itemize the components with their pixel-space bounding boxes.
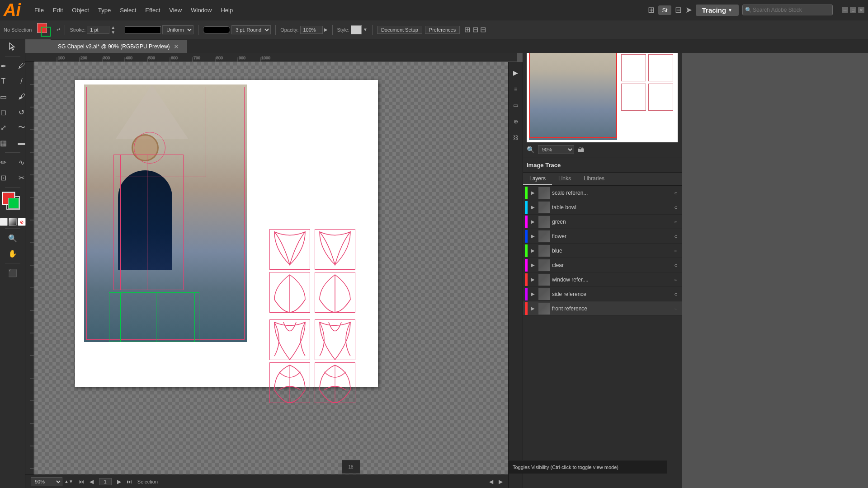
slice-tool[interactable]: ✂ bbox=[13, 170, 30, 185]
layer-visibility-toggle[interactable]: ○ bbox=[672, 305, 680, 313]
menu-effect[interactable]: Effect bbox=[141, 5, 165, 15]
stroke-style-select[interactable]: Uniform bbox=[162, 25, 193, 34]
layer-row[interactable]: ▶scale referen...○ bbox=[523, 186, 682, 200]
layer-row[interactable]: ▶table bowl○ bbox=[523, 200, 682, 215]
rectangle-tool[interactable]: ▭ bbox=[0, 89, 12, 104]
st-icon[interactable]: St bbox=[658, 5, 671, 15]
layer-row[interactable]: ▶blue○ bbox=[523, 244, 682, 258]
zoom-status-arrows[interactable]: ▲▼ bbox=[64, 479, 73, 484]
paintbrush-tool[interactable]: 🖌 bbox=[13, 89, 30, 104]
stroke-arrows[interactable]: ▲▼ bbox=[111, 25, 115, 35]
zoom-status-select[interactable]: 90% bbox=[31, 477, 62, 486]
artboard-next[interactable]: ▶ bbox=[499, 479, 503, 485]
layer-row[interactable]: ▶green○ bbox=[523, 215, 682, 229]
scale-tool[interactable]: ⤢ bbox=[0, 120, 12, 135]
page-controls-fwd[interactable]: ▶ bbox=[117, 479, 121, 485]
layer-visibility-toggle[interactable]: ○ bbox=[672, 232, 680, 240]
change-screen-mode[interactable]: ⬛ bbox=[4, 266, 21, 280]
color-mode-gradient[interactable] bbox=[9, 218, 17, 226]
warp-tool[interactable]: 〜 bbox=[13, 120, 30, 135]
color-mode-none[interactable]: ⊘ bbox=[18, 218, 26, 226]
tracing-button[interactable]: Tracing ▼ bbox=[696, 5, 739, 16]
play-button[interactable]: ▶ bbox=[507, 66, 524, 80]
layer-visibility-toggle[interactable]: ○ bbox=[672, 218, 680, 226]
eraser-tool[interactable]: ◻ bbox=[0, 105, 12, 119]
graph-tool[interactable]: ▦ bbox=[0, 136, 12, 150]
menu-view[interactable]: View bbox=[165, 5, 186, 15]
search-input[interactable] bbox=[742, 5, 833, 15]
menu-type[interactable]: Type bbox=[94, 5, 115, 15]
window-maximize-button[interactable]: □ bbox=[850, 7, 856, 13]
layer-row[interactable]: ▶side reference○ bbox=[523, 287, 682, 301]
opacity-input[interactable] bbox=[300, 26, 323, 34]
curvature-tool[interactable]: 🖊 bbox=[13, 59, 30, 73]
canvas-area[interactable] bbox=[34, 62, 508, 488]
arrange-icon[interactable]: ⊟ bbox=[675, 5, 682, 15]
tab-links[interactable]: Links bbox=[552, 173, 577, 185]
layer-visibility-toggle[interactable]: ○ bbox=[672, 261, 680, 269]
color-mode-fill[interactable] bbox=[0, 218, 8, 226]
tab-close-button[interactable]: ✕ bbox=[174, 43, 179, 50]
preferences-button[interactable]: Preferences bbox=[425, 26, 460, 34]
layer-expand-icon[interactable]: ▶ bbox=[529, 190, 537, 195]
active-stroke-green[interactable] bbox=[8, 198, 19, 209]
brush-select[interactable]: 3 pt. Round bbox=[231, 25, 271, 34]
menu-window[interactable]: Window bbox=[186, 5, 216, 15]
navigator-preview[interactable] bbox=[527, 38, 678, 142]
layer-row[interactable]: ▶clear○ bbox=[523, 258, 682, 272]
rotate-tool[interactable]: ↺ bbox=[13, 105, 30, 119]
column-graph-tool[interactable]: ▬ bbox=[13, 136, 30, 150]
menu-object[interactable]: Object bbox=[67, 5, 94, 15]
page-controls-last[interactable]: ⏭ bbox=[127, 479, 132, 485]
page-controls-back[interactable]: ◀ bbox=[90, 479, 94, 485]
layer-visibility-toggle[interactable]: ○ bbox=[672, 203, 680, 211]
layer-row[interactable]: ▶flower○ bbox=[523, 229, 682, 244]
layer-row[interactable]: ▶front reference○ bbox=[523, 301, 682, 316]
linked-icon[interactable]: ⛓ bbox=[507, 131, 524, 145]
line-tool[interactable]: / bbox=[13, 74, 30, 89]
menu-edit[interactable]: Edit bbox=[48, 5, 67, 15]
layer-expand-icon[interactable]: ▶ bbox=[529, 306, 537, 311]
layer-expand-icon[interactable]: ▶ bbox=[529, 205, 537, 210]
layer-visibility-toggle[interactable]: ○ bbox=[672, 189, 680, 197]
layer-expand-icon[interactable]: ▶ bbox=[529, 277, 537, 282]
artboard-prev[interactable]: ◀ bbox=[489, 479, 493, 485]
layer-visibility-toggle[interactable]: ○ bbox=[672, 276, 680, 284]
pen-tool[interactable]: ✒ bbox=[0, 59, 12, 73]
send-icon[interactable]: ➤ bbox=[685, 5, 692, 15]
tab-libraries[interactable]: Libraries bbox=[577, 173, 611, 185]
tracing-dropdown-icon[interactable]: ▼ bbox=[728, 8, 732, 13]
layer-visibility-toggle[interactable]: ○ bbox=[672, 247, 680, 255]
layer-row[interactable]: ▶window refer....○ bbox=[523, 272, 682, 287]
window-close-button[interactable]: ✕ bbox=[858, 7, 864, 13]
layer-expand-icon[interactable]: ▶ bbox=[529, 291, 537, 296]
zoom-out-icon[interactable]: 🔍 bbox=[527, 146, 534, 153]
layer-visibility-toggle[interactable]: ○ bbox=[672, 290, 680, 298]
menu-file[interactable]: File bbox=[30, 5, 48, 15]
arrange-icons-right[interactable]: ⊞ ⊟ ⊟ bbox=[464, 25, 486, 34]
properties-icon[interactable]: ▭ bbox=[507, 98, 524, 113]
type-tool[interactable]: T bbox=[0, 74, 12, 89]
layer-expand-icon[interactable]: ▶ bbox=[529, 248, 537, 253]
style-dropdown-icon[interactable]: ▼ bbox=[363, 27, 368, 32]
artboard-tool[interactable]: ⊡ bbox=[0, 170, 12, 185]
layer-expand-icon[interactable]: ▶ bbox=[529, 234, 537, 239]
hand-tool[interactable]: ✋ bbox=[4, 246, 21, 261]
document-tab[interactable]: SG Chapel v3.ai* @ 90% (RGB/GPU Preview)… bbox=[51, 40, 187, 53]
document-setup-button[interactable]: Document Setup bbox=[377, 26, 422, 34]
menu-help[interactable]: Help bbox=[216, 5, 237, 15]
pencil-tool[interactable]: ✏ bbox=[0, 155, 12, 169]
align-icon[interactable]: ≡ bbox=[507, 82, 524, 96]
transform-icon[interactable]: ⊕ bbox=[507, 114, 524, 129]
zoom-in-icon[interactable]: 🏔 bbox=[578, 146, 584, 153]
stroke-color-box[interactable] bbox=[41, 27, 51, 37]
tab-layers[interactable]: Layers bbox=[523, 173, 552, 185]
window-minimize-button[interactable]: ─ bbox=[842, 7, 848, 13]
page-controls-prev[interactable]: ⏮ bbox=[79, 479, 84, 485]
smooth-tool[interactable]: ∿ bbox=[13, 155, 30, 169]
zoom-select[interactable]: 90% bbox=[538, 145, 574, 154]
menu-select[interactable]: Select bbox=[115, 5, 141, 15]
page-number-input[interactable] bbox=[99, 478, 112, 485]
layer-expand-icon[interactable]: ▶ bbox=[529, 219, 537, 224]
libraries-icon[interactable]: ⊞ bbox=[648, 5, 655, 15]
